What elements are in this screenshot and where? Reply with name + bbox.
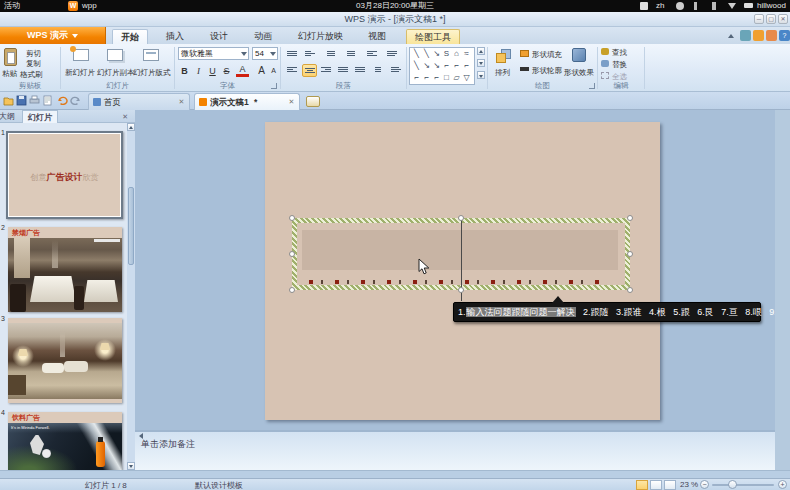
new-tab-button[interactable] <box>306 96 320 107</box>
font-name-combobox[interactable]: 微软雅黑 <box>178 47 249 60</box>
bullets-button[interactable] <box>285 48 300 61</box>
distribute-button[interactable] <box>353 64 368 77</box>
doc-tab-current[interactable]: 演示文稿1 * ✕ <box>194 93 300 110</box>
print-icon[interactable] <box>29 95 40 106</box>
notes-placeholder[interactable]: 单击添加备注 <box>141 438 195 451</box>
bold-button[interactable]: B <box>178 64 191 78</box>
scroll-up-icon[interactable] <box>127 123 135 131</box>
resize-handle-n[interactable] <box>458 215 464 221</box>
shape-line2-icon[interactable]: ╲ <box>422 49 431 59</box>
shape-connector-icon[interactable]: ⌐ <box>442 61 451 71</box>
cut-button[interactable]: 剪切 <box>26 49 41 59</box>
tab-outline[interactable]: 大纲 <box>0 110 20 123</box>
volume-icon[interactable] <box>694 2 702 10</box>
tab-design[interactable]: 设计 <box>202 29 236 44</box>
text-direction-button[interactable] <box>385 48 400 61</box>
font-color-button[interactable]: A <box>236 64 249 77</box>
shrink-font-button[interactable]: A <box>267 64 280 78</box>
format-painter-button[interactable]: 格式刷 <box>20 70 43 80</box>
copy-button[interactable]: 复制 <box>26 59 41 69</box>
tab-view[interactable]: 视图 <box>360 29 394 44</box>
slide-sorter-view-button[interactable] <box>650 480 662 490</box>
close-button[interactable]: ✕ <box>778 14 788 24</box>
text-align-menu-button[interactable] <box>389 64 404 77</box>
paste-button[interactable]: 粘贴 <box>2 69 17 79</box>
slide-thumbnail-2[interactable]: 禁烟广告 <box>8 227 122 312</box>
resize-handle-e[interactable] <box>627 251 633 257</box>
duplicate-slide-button[interactable]: 幻灯片副本 <box>97 68 135 78</box>
resize-handle-se[interactable] <box>627 287 633 293</box>
maximize-button[interactable]: ▢ <box>766 14 776 24</box>
replace-button[interactable]: 替换 <box>612 60 627 70</box>
tab-insert[interactable]: 插入 <box>158 29 192 44</box>
ime-candidate-8[interactable]: 8.哏 <box>745 307 762 317</box>
output-icon[interactable] <box>42 95 53 106</box>
normal-view-button[interactable] <box>636 480 648 490</box>
slide-thumbnail-4[interactable]: 饮料广告 It's in Mirinda Forwell. <box>8 412 122 470</box>
arrange-button[interactable]: 排列 <box>495 68 510 78</box>
shapes-scroll-up-icon[interactable] <box>477 47 485 55</box>
font-dialog-launcher-icon[interactable] <box>271 83 277 89</box>
sidebar-scrollbar[interactable] <box>127 123 135 470</box>
line-spacing-button[interactable] <box>365 48 380 61</box>
resize-handle-sw[interactable] <box>289 287 295 293</box>
close-tab-icon[interactable]: ✕ <box>287 97 296 106</box>
account-icon[interactable] <box>766 30 777 41</box>
zoom-in-button[interactable]: + <box>778 480 787 489</box>
shape-connector5-icon[interactable]: ⌐ <box>422 73 431 83</box>
shape-connector2-icon[interactable]: ⌐ <box>452 61 461 71</box>
switch-window-icon[interactable] <box>740 30 751 41</box>
shape-arrow-icon[interactable]: ↘ <box>432 49 441 59</box>
resize-handle-ne[interactable] <box>627 215 633 221</box>
zoom-slider-track[interactable] <box>712 484 774 486</box>
scroll-down-icon[interactable] <box>127 462 135 470</box>
drawing-dialog-launcher-icon[interactable] <box>589 83 595 89</box>
shapes-scroll-down-icon[interactable] <box>477 59 485 67</box>
clock[interactable]: 03月28日20:00星期三 <box>0 0 790 12</box>
slide-canvas[interactable] <box>265 122 660 420</box>
slide-thumbnail-1[interactable]: 创意广告设计欣赏 <box>6 131 123 219</box>
shape-curve-icon[interactable]: S <box>442 49 451 59</box>
justify-button[interactable] <box>336 64 351 77</box>
collapse-ribbon-icon[interactable] <box>728 34 734 38</box>
ime-candidate-9[interactable]: 9.茛 <box>769 307 775 317</box>
columns-button[interactable] <box>373 64 388 77</box>
shape-arrow2-icon[interactable]: ↘ <box>422 61 431 71</box>
redo-icon[interactable] <box>70 95 81 106</box>
input-language-indicator[interactable]: zh <box>656 0 664 12</box>
notification-icon[interactable] <box>640 2 648 10</box>
tab-slideshow[interactable]: 幻灯片放映 <box>290 29 351 44</box>
zoom-out-button[interactable]: − <box>700 480 709 489</box>
doc-tab-home[interactable]: 首页 ✕ <box>88 93 190 110</box>
resize-handle-s[interactable] <box>458 287 464 293</box>
align-left-button[interactable] <box>285 64 300 77</box>
shape-scribble-icon[interactable]: ≈ <box>462 49 471 59</box>
ime-candidate-4[interactable]: 4.根 <box>649 307 666 317</box>
shape-effects-button[interactable]: 形状效果 <box>564 68 594 78</box>
find-button[interactable]: 查找 <box>612 48 627 58</box>
shape-line3-icon[interactable]: ╲ <box>412 61 421 71</box>
network-icon[interactable] <box>728 3 736 9</box>
shape-connector4-icon[interactable]: ⌐ <box>412 73 421 83</box>
minimize-button[interactable]: ─ <box>754 14 764 24</box>
align-center-button[interactable] <box>302 64 317 77</box>
slide-thumbnail-3[interactable] <box>8 318 122 403</box>
editing-area[interactable]: 1.输入法问题跟随问题一解决 2.跟随 3.跟谁 4.根 5.跟 6.艮 7.亘… <box>135 110 775 430</box>
undo-icon[interactable] <box>57 95 68 106</box>
scrollbar-thumb[interactable] <box>128 187 134 265</box>
tab-home[interactable]: 开始 <box>112 29 148 44</box>
ime-candidate-7[interactable]: 7.亘 <box>721 307 738 317</box>
ime-candidate-6[interactable]: 6.艮 <box>697 307 714 317</box>
help-icon[interactable]: ? <box>779 30 790 41</box>
close-tab-icon[interactable]: ✕ <box>177 97 186 106</box>
shape-connector3-icon[interactable]: ⌐ <box>462 61 471 71</box>
tab-animation[interactable]: 动画 <box>246 29 280 44</box>
ime-candidate-5[interactable]: 5.跟 <box>673 307 690 317</box>
template-name[interactable]: 默认设计模板 <box>195 480 243 490</box>
font-size-combobox[interactable]: 54 <box>252 47 278 60</box>
accessibility-icon[interactable] <box>676 2 684 10</box>
username-label[interactable]: hillwood <box>757 0 786 12</box>
ime-candidate-3[interactable]: 3.跟谁 <box>616 307 642 317</box>
shape-freeform-icon[interactable]: ⌂ <box>452 49 461 59</box>
resize-handle-w[interactable] <box>289 251 295 257</box>
